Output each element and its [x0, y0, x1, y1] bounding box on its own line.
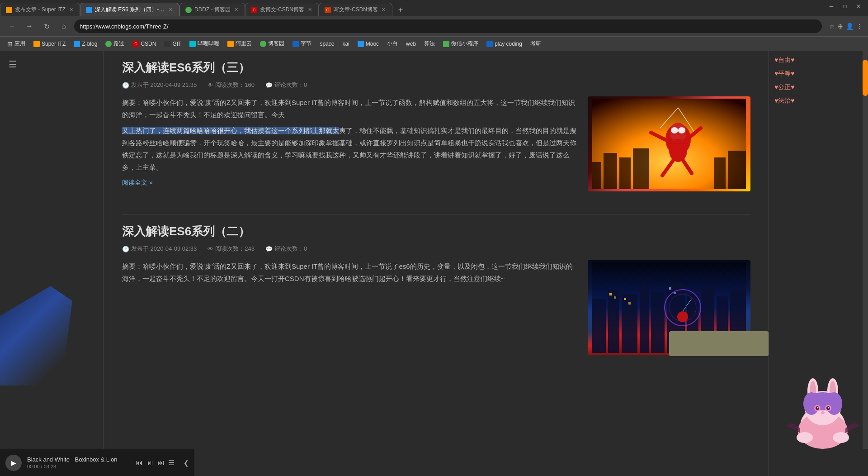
tab-es6-4[interactable]: 深入解读 ES6 系列（四）- Sup... ✕: [80, 3, 179, 16]
profile-icon[interactable]: 👤: [846, 23, 854, 30]
tab-csdn-write[interactable]: C 写文章-CSDN博客 ✕: [319, 3, 392, 16]
play-icon: ▶: [11, 459, 16, 466]
aliyun-favicon: [227, 41, 234, 47]
tab3-close[interactable]: ✕: [233, 6, 239, 14]
bookmark-play-coding[interactable]: play coding: [483, 39, 526, 48]
article1-read-more[interactable]: 阅读全文 »: [122, 179, 153, 187]
address-input[interactable]: [74, 19, 822, 33]
sidebar-menu-button[interactable]: ☰: [4, 56, 22, 72]
player-controls: ⏮ ⏯ ⏭ ☰: [136, 458, 175, 467]
bookmark-luguo-label: 路过: [113, 40, 124, 48]
refresh-button[interactable]: ↻: [40, 19, 53, 33]
sidebar-right-item-4[interactable]: ♥法治♥: [774, 97, 863, 105]
refresh-icon: ↻: [44, 22, 50, 31]
bookmark-space-label: space: [320, 41, 334, 47]
svg-point-58: [828, 407, 830, 409]
home-button[interactable]: ⌂: [57, 19, 71, 33]
song-info: Black and White - Boxinbox & Lion 00:00 …: [27, 456, 130, 469]
tab2-close[interactable]: ✕: [168, 6, 174, 14]
svg-rect-23: [592, 299, 606, 353]
bookmark-wechat-mini-label: 微信小程序: [451, 40, 478, 48]
play-pause-button[interactable]: ⏯: [146, 459, 154, 467]
tab3-label: DDDZ - 博客园: [194, 6, 231, 14]
bookmark-aliyun[interactable]: 阿里云: [224, 38, 255, 49]
svg-point-60: [797, 432, 813, 443]
tab-dddz[interactable]: DDDZ - 博客园 ✕: [179, 3, 245, 16]
maximize-button[interactable]: □: [839, 2, 851, 10]
address-icons: ☆ ⊕ 👤 ⋮: [829, 23, 863, 30]
tab3-favicon: [185, 7, 192, 13]
bookmark-bokeyuan[interactable]: 博客园: [256, 38, 288, 49]
article1-body: 摘要：哈喽小伙伴们，爱说'废'话的Z又回来了，欢迎来到Super IT曾的博客时…: [122, 96, 750, 121]
bookmark-zijie[interactable]: 字节: [289, 38, 315, 49]
sidebar-right-item-2[interactable]: ♥平等♥: [774, 70, 863, 78]
tab1-close[interactable]: ✕: [68, 6, 74, 14]
back-button[interactable]: ←: [5, 19, 19, 33]
bookmark-xiaobai-label: 小白: [387, 40, 398, 48]
tab1-favicon: [6, 7, 12, 13]
article2-body: 摘要：哈喽小伙伴们，爱说'废'话的Z又回来了，欢迎来到Super IT曾的博客时…: [122, 260, 750, 285]
article1-views-icon: 👁 阅读次数：160: [208, 81, 255, 89]
bookmark-bilibili[interactable]: 哔哩哔哩: [186, 38, 223, 49]
new-tab-button[interactable]: +: [394, 4, 407, 16]
article2-comments-icon: 💬 评论次数：0: [265, 245, 307, 253]
close-button[interactable]: ✕: [853, 2, 864, 10]
star-icon[interactable]: ☆: [829, 23, 835, 30]
bookmark-mooc[interactable]: Mooc: [354, 39, 382, 48]
bookmark-play-coding-label: play coding: [495, 41, 522, 47]
wechat-mini-favicon: [443, 41, 449, 47]
blue-corner-shape: [0, 286, 72, 386]
article2-views-icon: 👁 阅读次数：243: [208, 245, 255, 253]
article2-date: 发表于 2020-04-09 02:33: [131, 245, 197, 253]
bookmark-xiaobai[interactable]: 小白: [383, 38, 401, 49]
luguo-favicon: [105, 41, 112, 47]
collapse-player-button[interactable]: ❮: [184, 459, 189, 466]
prev-button[interactable]: ⏮: [136, 459, 143, 467]
vertical-scrollbar[interactable]: [863, 51, 868, 449]
article2-body-text: 摘要：哈喽小伙伴们，爱说'废'话的Z又回来了，欢迎来到Super IT曾的博客时…: [122, 262, 573, 282]
bookmark-kai[interactable]: kai: [339, 39, 353, 48]
bookmark-kaoyan[interactable]: 考研: [527, 38, 545, 49]
bookmark-git[interactable]: GIT: [160, 39, 185, 48]
extension-icon[interactable]: ⊕: [838, 23, 843, 30]
scrollbar-thumb[interactable]: [863, 60, 868, 96]
article1-title[interactable]: 深入解读ES6系列（三）: [122, 60, 750, 76]
tab4-close[interactable]: ✕: [307, 6, 313, 14]
bookmark-wechat-mini[interactable]: 微信小程序: [439, 38, 482, 49]
article2-title[interactable]: 深入解读ES6系列（二）: [122, 224, 750, 239]
bookmark-web[interactable]: web: [402, 39, 420, 48]
article1-clock-icon: 🕐 发表于 2020-04-09 21:35: [122, 81, 197, 89]
tab4-label: 发博文-CSDN博客: [260, 6, 304, 14]
bookmark-space[interactable]: space: [316, 39, 338, 48]
bookmark-luguo[interactable]: 路过: [102, 38, 128, 49]
bookmark-suanfa[interactable]: 算法: [420, 38, 439, 49]
article1-body2: 又上热门了，连续两篇哈哈哈哈很开心，我估摸着这一个系列都上那就太爽了，稳住不能飘…: [122, 124, 750, 173]
menu-icon[interactable]: ⋮: [856, 23, 863, 30]
bookmark-apps[interactable]: ⊞ 应用: [4, 38, 29, 49]
bookmark-superitz[interactable]: Super ITZ: [30, 39, 69, 48]
window-controls: ─ □ ✕: [826, 2, 864, 10]
bookmark-kai-label: kai: [342, 41, 349, 47]
svg-rect-33: [609, 293, 612, 295]
sidebar-right-item-1[interactable]: ♥自由♥: [774, 56, 863, 64]
playlist-button[interactable]: ☰: [168, 458, 175, 467]
total-time: 03:28: [44, 464, 57, 469]
tab-csdn-publish[interactable]: C 发博文-CSDN博客 ✕: [245, 3, 319, 16]
forward-button[interactable]: →: [23, 19, 36, 33]
article2-meta: 🕐 发表于 2020-04-09 02:33 👁 阅读次数：243 💬 评论次数…: [122, 245, 750, 253]
bookmark-aliyun-label: 阿里云: [236, 40, 252, 48]
bookmark-zblog[interactable]: Z-blog: [70, 39, 101, 48]
bookmark-csdn[interactable]: C CSDN: [129, 39, 160, 48]
bokeyuan-favicon: [260, 41, 266, 47]
next-button[interactable]: ⏭: [157, 459, 165, 467]
article-divider-1: [122, 214, 750, 214]
article-1: 深入解读ES6系列（三） 🕐 发表于 2020-04-09 21:35 👁 阅读…: [122, 60, 750, 196]
new-tab-icon: +: [398, 5, 403, 15]
tab-publish[interactable]: 发布文章 - Super ITZ ✕: [0, 3, 80, 16]
minimize-button[interactable]: ─: [826, 2, 837, 10]
bookmark-zijie-label: 字节: [301, 40, 311, 48]
bookmark-superitz-label: Super ITZ: [42, 41, 66, 47]
play-button[interactable]: ▶: [5, 455, 22, 471]
tab5-close[interactable]: ✕: [381, 6, 387, 14]
sidebar-right-item-3[interactable]: ♥公正♥: [774, 83, 863, 91]
